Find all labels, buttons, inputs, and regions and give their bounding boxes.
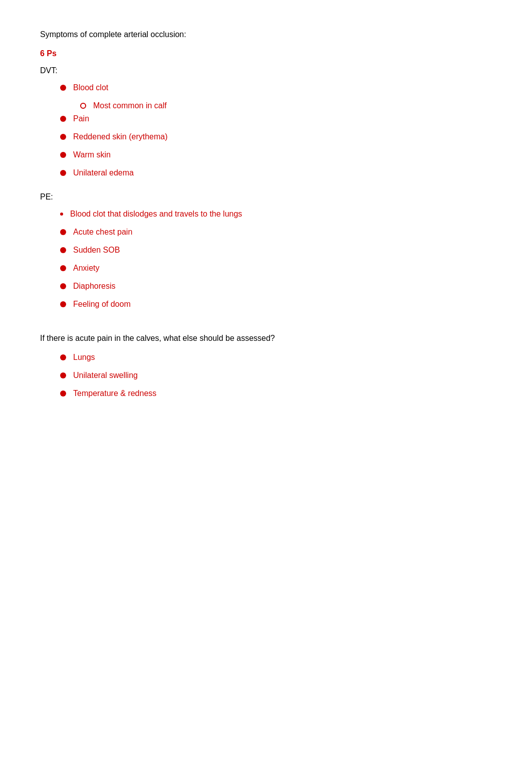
bullet-icon xyxy=(60,391,66,397)
sub-list: Most common in calf xyxy=(80,101,492,110)
list-item-text: Acute chest pain xyxy=(73,228,132,237)
list-item-text: Sudden SOB xyxy=(73,246,120,255)
list-item: Warm skin xyxy=(60,150,492,159)
list-item: Diaphoresis xyxy=(60,282,492,291)
list-item: Blood clot that dislodges and travels to… xyxy=(60,210,492,219)
bullet-icon xyxy=(60,85,66,91)
intro-text: Symptoms of complete arterial occlusion: xyxy=(40,30,492,39)
list-item: Reddened skin (erythema) xyxy=(60,132,492,141)
list-item: Lungs xyxy=(60,353,492,362)
list-item-text: Anxiety xyxy=(73,264,99,273)
six-ps-heading: 6 Ps xyxy=(40,49,492,58)
list-item: Temperature & redness xyxy=(60,389,492,398)
pe-list: Blood clot that dislodges and travels to… xyxy=(60,210,492,309)
list-item: Anxiety xyxy=(60,264,492,273)
list-item-text: Temperature & redness xyxy=(73,389,156,398)
open-circle-icon xyxy=(80,103,86,109)
bullet-icon xyxy=(60,247,66,253)
list-item-text: Warm skin xyxy=(73,150,111,159)
list-item-text: Lungs xyxy=(73,353,95,362)
list-item-text: Diaphoresis xyxy=(73,282,115,291)
list-item: Acute chest pain xyxy=(60,228,492,237)
list-item-text: Reddened skin (erythema) xyxy=(73,132,168,141)
pe-label: PE: xyxy=(40,192,492,202)
list-item-text: Unilateral edema xyxy=(73,168,134,177)
bullet-icon xyxy=(60,116,66,122)
sub-list-item-text: Most common in calf xyxy=(93,101,167,110)
list-item: Pain xyxy=(60,114,492,123)
bullet-icon xyxy=(60,283,66,289)
list-item-text: Blood clot xyxy=(73,83,108,92)
bullet-dot-icon xyxy=(60,213,63,216)
list-item-text: Feeling of doom xyxy=(73,300,131,309)
list-item-text: Blood clot that dislodges and travels to… xyxy=(70,210,242,219)
bullet-icon xyxy=(60,134,66,140)
list-item: Unilateral edema xyxy=(60,168,492,177)
list-item-text: Pain xyxy=(73,114,89,123)
bullet-icon xyxy=(60,301,66,307)
list-item: Unilateral swelling xyxy=(60,371,492,380)
bullet-icon xyxy=(60,354,66,360)
calves-question: If there is acute pain in the calves, wh… xyxy=(40,334,492,343)
bullet-icon xyxy=(60,152,66,158)
bullet-icon xyxy=(60,265,66,271)
list-item: Sudden SOB xyxy=(60,246,492,255)
dvt-label: DVT: xyxy=(40,66,492,75)
dvt-list: Blood clot Most common in calf Pain Redd… xyxy=(60,83,492,177)
list-item-text: Unilateral swelling xyxy=(73,371,138,380)
bullet-icon xyxy=(60,229,66,235)
list-item: Feeling of doom xyxy=(60,300,492,309)
bullet-icon xyxy=(60,170,66,176)
bullet-icon xyxy=(60,372,66,378)
list-item: Blood clot xyxy=(60,83,492,92)
sub-list-item: Most common in calf xyxy=(80,101,492,110)
calves-list: Lungs Unilateral swelling Temperature & … xyxy=(60,353,492,398)
